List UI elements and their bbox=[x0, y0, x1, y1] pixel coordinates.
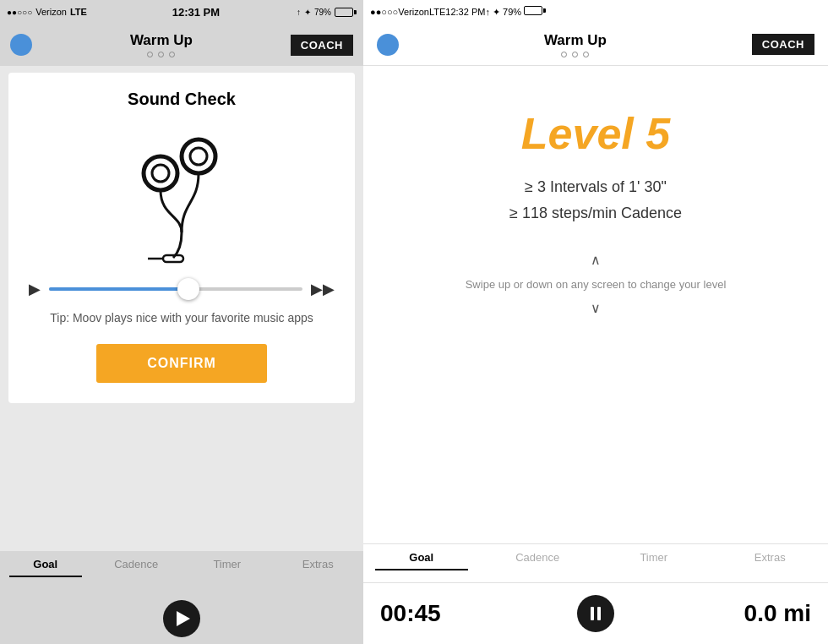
left-page-dots bbox=[147, 52, 175, 57]
pause-bar-left bbox=[591, 607, 594, 620]
left-status-bar: ●●○○○ Verizon LTE 12:31 PM ↑ ✦ 79% bbox=[0, 0, 363, 24]
right-lte: LTE bbox=[429, 7, 445, 17]
right-arrow-icon: ↑ bbox=[485, 7, 490, 17]
chevron-up-icon: ∧ bbox=[591, 251, 601, 270]
confirm-button[interactable]: CONFIRM bbox=[96, 344, 267, 383]
left-tab-extras[interactable]: Extras bbox=[273, 558, 364, 577]
level-heading: Level 5 bbox=[521, 108, 670, 159]
left-title-group: Warm Up bbox=[130, 32, 193, 57]
headphones-illustration bbox=[106, 123, 258, 266]
right-signal-icon: ●●○○○ bbox=[370, 7, 398, 17]
right-tab-cadence[interactable]: Cadence bbox=[480, 551, 596, 570]
left-time: 12:31 PM bbox=[95, 6, 297, 19]
right-tab-goal[interactable]: Goal bbox=[363, 551, 480, 570]
pause-icon bbox=[591, 607, 601, 620]
left-nav-bar: Warm Up COACH bbox=[0, 24, 363, 66]
right-time: 12:32 PM bbox=[445, 7, 485, 17]
right-carrier: Verizon bbox=[398, 7, 429, 17]
right-dot-1 bbox=[561, 52, 567, 57]
right-battery-icon bbox=[524, 6, 546, 15]
left-dot-1 bbox=[147, 52, 153, 57]
right-title-group: Warm Up bbox=[544, 32, 607, 57]
left-dot-3 bbox=[169, 52, 175, 57]
right-bottom-tabs: Goal Cadence Timer Extras bbox=[363, 544, 828, 583]
right-tab-extras[interactable]: Extras bbox=[712, 551, 829, 570]
svg-point-3 bbox=[190, 148, 207, 165]
svg-point-0 bbox=[144, 156, 177, 190]
right-dot-2 bbox=[572, 52, 578, 57]
volume-slider-fill bbox=[49, 287, 188, 291]
volume-slider-track[interactable] bbox=[49, 287, 302, 291]
play-button[interactable] bbox=[163, 600, 200, 637]
right-coach-button[interactable]: COACH bbox=[752, 34, 814, 55]
right-right-icons: ↑ ✦ 79% bbox=[485, 6, 546, 18]
svg-point-1 bbox=[152, 165, 169, 182]
tip-text: Tip: Moov plays nice with your favorite … bbox=[50, 310, 313, 327]
left-right-icons: ↑ ✦ 79% bbox=[297, 8, 357, 17]
left-phone: ●●○○○ Verizon LTE 12:31 PM ↑ ✦ 79% Warm … bbox=[0, 0, 363, 644]
right-bottom-bar: 00:45 0.0 mi bbox=[363, 583, 828, 644]
distance-display: 0.0 mi bbox=[614, 600, 811, 627]
volume-slider-thumb[interactable] bbox=[177, 278, 199, 300]
right-dot-3 bbox=[583, 52, 589, 57]
left-battery-icon bbox=[335, 8, 357, 17]
left-signal-icon: ●●○○○ bbox=[7, 8, 32, 17]
left-tab-timer[interactable]: Timer bbox=[182, 558, 273, 577]
left-bluetooth-icon: ✦ bbox=[304, 8, 311, 17]
svg-point-2 bbox=[182, 139, 215, 173]
right-page-dots bbox=[561, 52, 589, 57]
right-nav-title: Warm Up bbox=[544, 32, 607, 49]
pause-bar-right bbox=[597, 607, 601, 620]
left-phone-body: Sound Check bbox=[0, 66, 363, 551]
left-play-bar bbox=[0, 593, 363, 644]
sound-check-card: Sound Check bbox=[8, 73, 355, 403]
right-battery-percent: 79% bbox=[503, 7, 521, 17]
left-tab-goal[interactable]: Goal bbox=[0, 558, 91, 577]
volume-low-icon: ▶ bbox=[29, 280, 41, 298]
right-nav-bar: Warm Up COACH bbox=[363, 24, 828, 66]
timer-display: 00:45 bbox=[380, 600, 577, 627]
right-tab-timer[interactable]: Timer bbox=[596, 551, 712, 570]
left-tab-cadence[interactable]: Cadence bbox=[91, 558, 182, 577]
left-lte: LTE bbox=[70, 7, 87, 17]
sound-check-title: Sound Check bbox=[128, 90, 236, 109]
play-icon bbox=[177, 611, 190, 626]
left-nav-title: Warm Up bbox=[130, 32, 193, 49]
headphones-svg bbox=[106, 123, 258, 266]
chevron-down-icon: ∨ bbox=[591, 299, 601, 318]
right-nav-dot[interactable] bbox=[377, 34, 399, 56]
level-line2: ≥ 118 steps/min Cadence bbox=[509, 205, 682, 221]
left-carrier: Verizon bbox=[35, 7, 67, 17]
svg-rect-4 bbox=[163, 255, 183, 262]
volume-high-icon: ▶▶ bbox=[311, 280, 335, 298]
level-description: ≥ 3 Intervals of 1' 30" ≥ 118 steps/min … bbox=[509, 174, 682, 226]
left-nav-dot[interactable] bbox=[10, 34, 32, 56]
volume-slider-row: ▶ ▶▶ bbox=[22, 280, 341, 298]
right-phone: ●●○○○ Verizon LTE 12:32 PM ↑ ✦ 79% Warm … bbox=[363, 0, 828, 644]
swipe-hint: ∧ Swipe up or down on any screen to chan… bbox=[466, 251, 727, 318]
right-status-bar: ●●○○○ Verizon LTE 12:32 PM ↑ ✦ 79% bbox=[363, 0, 828, 24]
swipe-hint-text: Swipe up or down on any screen to change… bbox=[466, 277, 727, 292]
left-arrow-icon: ↑ bbox=[297, 8, 301, 17]
left-battery-percent: 79% bbox=[314, 8, 331, 17]
right-bottom-section: Goal Cadence Timer Extras 00:45 0.0 mi bbox=[363, 543, 828, 644]
right-bluetooth-icon: ✦ bbox=[493, 7, 500, 17]
left-dot-2 bbox=[158, 52, 164, 57]
right-main-content: Level 5 ≥ 3 Intervals of 1' 30" ≥ 118 st… bbox=[363, 66, 828, 543]
left-coach-button[interactable]: COACH bbox=[291, 35, 353, 56]
left-bottom-tabs: Goal Cadence Timer Extras bbox=[0, 551, 363, 593]
pause-button[interactable] bbox=[577, 595, 614, 632]
level-line1: ≥ 3 Intervals of 1' 30" bbox=[525, 178, 667, 195]
